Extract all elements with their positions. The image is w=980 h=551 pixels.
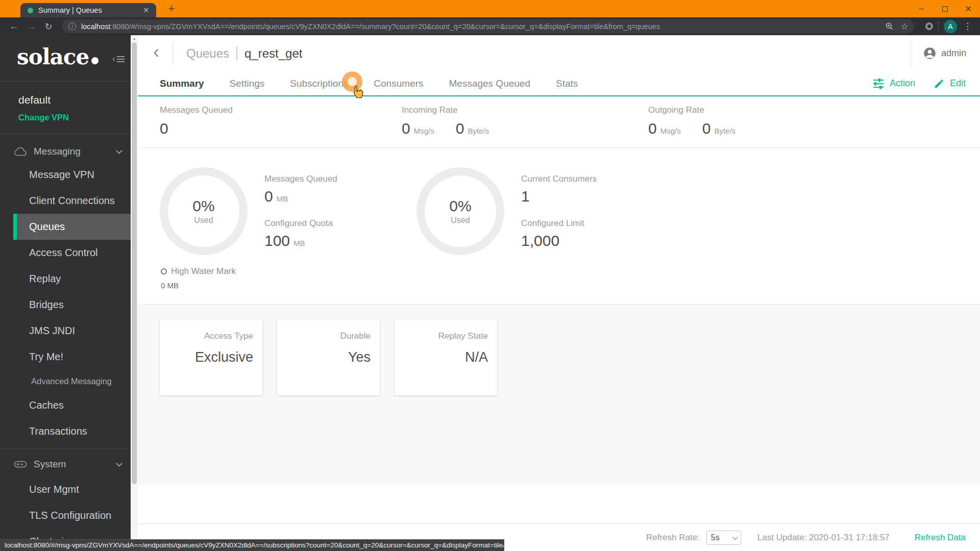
chevron-down-icon (116, 147, 122, 154)
header-divider (173, 42, 173, 65)
profile-avatar[interactable]: A (944, 20, 957, 33)
stat-messages-queued: Messages Queued 0 (160, 105, 402, 147)
link-preview-status-bar: localhost:8080/#/msg-vpns/ZGVmYXVsdA==/e… (0, 539, 504, 551)
new-tab-button[interactable]: + (164, 2, 179, 16)
stat-value: 0 (402, 120, 410, 137)
scrollbar-up-icon[interactable]: ▲ (131, 37, 138, 40)
tab-summary[interactable]: Summary (160, 78, 204, 89)
window-close-button[interactable]: ✕ (957, 0, 980, 17)
sidebar-item-replay[interactable]: Replay (0, 266, 131, 292)
scrollbar-thumb[interactable] (132, 42, 137, 484)
stat-label: Incoming Rate (402, 105, 648, 115)
card-label: Access Type (160, 331, 253, 341)
sidebar-item-jms-jndi[interactable]: JMS JNDI (0, 318, 131, 344)
user-avatar-icon (923, 46, 937, 60)
stat-incoming-rate: Incoming Rate 0 Msg/s 0 Byte/s (402, 105, 648, 147)
action-button[interactable]: Action (872, 78, 915, 89)
sidebar-item-queues[interactable]: Queues (13, 214, 131, 240)
breadcrumb-section[interactable]: Queues (186, 46, 229, 61)
vpn-block: default Change VPN (0, 82, 131, 134)
stat-unit: Msg/s (660, 127, 681, 135)
sidebar-item-client-connections[interactable]: Client Connections (0, 188, 131, 214)
sidebar-divider (0, 448, 131, 449)
kv-value: 0 (264, 188, 273, 205)
page-header: ‹ Queues q_rest_get admin (138, 35, 980, 71)
sidebar-collapse-button[interactable]: ‹ (112, 54, 125, 64)
breadcrumb-separator (236, 46, 237, 60)
tab-subscriptions[interactable]: Subscriptions (290, 78, 348, 89)
sidebar-item-access-control[interactable]: Access Control (0, 240, 131, 266)
sidebar-group-system[interactable]: System (0, 452, 131, 477)
bookmark-star-icon[interactable]: ☆ (901, 21, 908, 31)
high-water-mark-icon (161, 268, 167, 274)
consumers-details: Current Consumers 1 Configured Limit 1,0… (521, 167, 643, 304)
card-access-type: Access Type Exclusive (160, 319, 262, 395)
browser-tab[interactable]: Summary | Queues ✕ (20, 3, 156, 17)
kv-label: Configured Quota (264, 218, 386, 229)
kv-unit: MB (293, 239, 305, 247)
sidebar: solace ‹ default Change VPN Messaging Me… (0, 35, 131, 551)
card-value: Yes (277, 349, 371, 365)
sidebar-item-user-mgmt[interactable]: User Mgmt (0, 477, 131, 503)
stat-label: Outgoing Rate (648, 105, 736, 115)
tab-messages-queued[interactable]: Messages Queued (449, 78, 530, 89)
info-cards: Access Type Exclusive Durable Yes Replay… (138, 305, 980, 485)
logo-dot-icon (91, 57, 99, 64)
stat-value: 0 (456, 120, 464, 137)
refresh-rate-select[interactable]: 5s (706, 531, 741, 545)
last-update-label: Last Update: 2020-01-31 17:18:57 (757, 533, 890, 543)
address-bar[interactable]: i localhost:8080/#/msg-vpns/ZGVmYXVsdA==… (62, 19, 914, 33)
kv-unit: MB (277, 194, 288, 203)
sidebar-item-message-vpn[interactable]: Message VPN (0, 162, 131, 188)
kv-label: Configured Limit (521, 218, 643, 229)
card-label: Durable (277, 331, 371, 341)
browser-menu-icon[interactable]: ⋮ (963, 21, 972, 32)
page-title: q_rest_get (244, 46, 302, 61)
edit-button[interactable]: Edit (934, 78, 966, 89)
sidebar-item-advanced-messaging[interactable]: Advanced Messaging (0, 370, 131, 392)
refresh-rate-label: Refresh Rate: (646, 533, 700, 543)
solace-logo: solace (17, 44, 99, 69)
sidebar-scrollbar[interactable]: ▲ (131, 35, 138, 551)
sliders-icon (872, 78, 885, 89)
kv-label: Messages Queued (264, 174, 386, 184)
sidebar-item-transactions[interactable]: Transactions (0, 418, 131, 444)
action-label: Action (890, 78, 915, 89)
sidebar-group-messaging[interactable]: Messaging (0, 141, 131, 162)
consumers-gauge: 0% Used (416, 167, 504, 255)
back-icon[interactable]: ← (5, 21, 22, 32)
window-minimize-button[interactable]: – (910, 0, 933, 17)
window-maximize-button[interactable] (933, 0, 957, 17)
stats-row: Messages Queued 0 Incoming Rate 0 Msg/s … (138, 96, 980, 148)
back-button[interactable]: ‹ (153, 43, 159, 61)
forward-icon[interactable]: → (22, 21, 40, 32)
tab-stats[interactable]: Stats (556, 78, 578, 89)
sidebar-item-try-me[interactable]: Try Me! (0, 344, 131, 370)
url-text[interactable]: localhost:8080/#/msg-vpns/ZGVmYXVsdA==/e… (81, 22, 878, 31)
gauge-percent: 0% (449, 197, 471, 215)
toolbar-separator (938, 21, 939, 32)
sidebar-item-caches[interactable]: Caches (0, 392, 131, 418)
quota-gauge: 0% Used (160, 167, 248, 255)
reload-icon[interactable]: ↻ (40, 21, 57, 32)
sidebar-item-bridges[interactable]: Bridges (0, 292, 131, 318)
browser-toolbar: ← → ↻ i localhost:8080/#/msg-vpns/ZGVmYX… (0, 17, 980, 35)
username-label[interactable]: admin (941, 48, 966, 59)
refresh-data-link[interactable]: Refresh Data (915, 533, 966, 543)
stat-value: 0 (648, 120, 657, 137)
tab-consumers[interactable]: Consumers (374, 78, 423, 89)
tab-close-icon[interactable]: ✕ (141, 6, 151, 14)
card-replay-state: Replay State N/A (395, 319, 497, 395)
gauge-used-label: Used (451, 216, 470, 225)
extension-icon[interactable] (925, 22, 933, 30)
sidebar-item-tls-configuration[interactable]: TLS Configuration (0, 503, 131, 529)
window-controls: – ✕ (910, 0, 980, 17)
change-vpn-link[interactable]: Change VPN (18, 113, 131, 122)
stat-unit: Byte/s (714, 127, 736, 135)
card-value: Exclusive (160, 349, 253, 365)
url-host: localhost (81, 22, 110, 31)
site-info-icon[interactable]: i (68, 22, 76, 30)
main-content: ‹ Queues q_rest_get admin Summary Settin… (138, 35, 980, 551)
zoom-page-icon[interactable] (885, 22, 894, 31)
tab-settings[interactable]: Settings (230, 78, 265, 89)
